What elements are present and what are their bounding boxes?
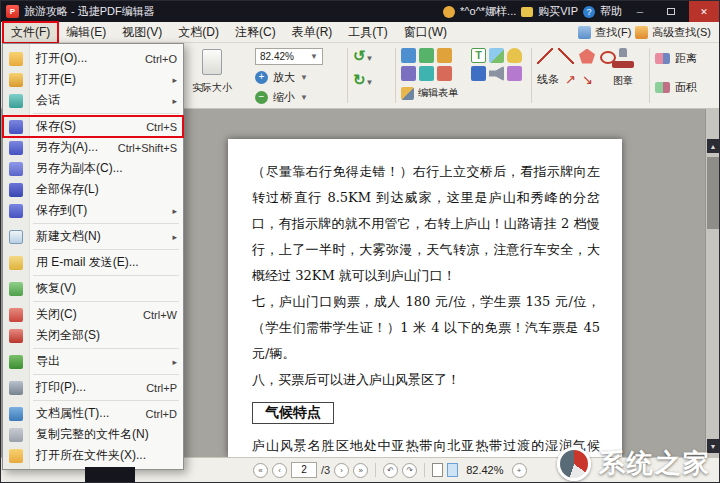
menu-item-open-containing-folder[interactable]: 打开所在文件夹(X)...: [3, 445, 183, 466]
find-button[interactable]: 查找(F): [595, 25, 631, 40]
form-field-icon[interactable]: [401, 48, 416, 63]
menu-item-save-to[interactable]: 保存到(T) ▸: [3, 200, 183, 221]
scroll-up-button[interactable]: ▲: [707, 139, 719, 153]
watermark-text: 系统之家: [599, 446, 711, 481]
menu-item-session[interactable]: 会话 ▸: [3, 90, 183, 111]
open-folder-icon: [9, 52, 23, 66]
user-name[interactable]: *^o^*娜样...: [460, 4, 516, 19]
menu-item-close-all[interactable]: 关闭全部(S): [3, 325, 183, 346]
audio-tool-icon[interactable]: [489, 66, 504, 81]
prev-page-button[interactable]: ‹: [272, 463, 287, 478]
menu-item-open-recent[interactable]: 打开(E) ▸: [3, 69, 183, 90]
advanced-find-button[interactable]: 高级查找(S): [652, 25, 711, 40]
toolbar-separator: [347, 48, 348, 103]
menu-file[interactable]: 文件(F): [3, 22, 58, 43]
menu-window[interactable]: 窗口(W): [396, 22, 455, 43]
area-icon: [655, 82, 670, 93]
menu-tools[interactable]: 工具(T): [340, 22, 395, 43]
menu-item-new-document[interactable]: 新建文档(N) ▸: [3, 226, 183, 247]
scrollbar-thumb[interactable]: [707, 157, 719, 229]
menu-item-open[interactable]: 打开(O)... Ctrl+O: [3, 48, 183, 69]
menu-item-label: 关闭全部(S): [36, 327, 177, 344]
zoom-in-button[interactable]: + 放大 ▼: [255, 70, 341, 85]
maximize-button[interactable]: [658, 1, 684, 22]
history-back-button[interactable]: ↶: [383, 463, 398, 478]
actual-size-button[interactable]: 实际大小: [189, 48, 235, 95]
distance-tool-button[interactable]: 距离: [655, 51, 717, 66]
rotate-right-button[interactable]: ↻▼: [353, 72, 391, 88]
form-signature-icon[interactable]: [437, 66, 452, 81]
last-page-button[interactable]: »: [353, 463, 368, 478]
first-page-button[interactable]: «: [253, 463, 268, 478]
lines-label[interactable]: 线条: [537, 72, 559, 87]
menu-item-revert[interactable]: 恢复(V): [3, 278, 183, 299]
menu-form[interactable]: 表单(R): [284, 22, 341, 43]
user-avatar-icon: [443, 6, 455, 18]
menu-edit[interactable]: 编辑(E): [58, 22, 114, 43]
menu-item-save-all[interactable]: 全部保存(L): [3, 179, 183, 200]
menu-separator: [33, 249, 179, 250]
menu-item-copy-filename[interactable]: 复制完整的文件名(N): [3, 424, 183, 445]
stamp-button[interactable]: 图章: [601, 48, 645, 88]
pdf-page: （尽量靠右行免得走错！）右行上立交桥后，看指示牌向左转过桥直行 8.5KM 到达…: [228, 139, 622, 457]
menu-item-label: 会话: [36, 92, 168, 109]
menu-item-label: 另存为副本(C)...: [36, 160, 177, 177]
menu-item-label: 导出: [36, 353, 168, 370]
status-zoom-in-button[interactable]: +: [512, 463, 527, 478]
form-combo-icon[interactable]: [401, 66, 416, 81]
menu-item-email[interactable]: 用 E-mail 发送(E)...: [3, 252, 183, 273]
edit-form-button[interactable]: 编辑表单: [401, 86, 493, 100]
form-checkbox-icon[interactable]: [419, 48, 434, 63]
video-tool-icon[interactable]: [471, 66, 486, 81]
text-tool-icon[interactable]: T: [471, 48, 486, 63]
menu-item-save[interactable]: 保存(S) Ctrl+S: [3, 116, 183, 137]
line-tool-icon[interactable]: [537, 48, 553, 64]
clipboard-icon: [202, 49, 222, 75]
menu-view[interactable]: 视图(V): [114, 22, 170, 43]
menu-item-save-copy[interactable]: 另存为副本(C)...: [3, 158, 183, 179]
form-button-icon[interactable]: [419, 66, 434, 81]
pentagon-tool-icon[interactable]: [579, 49, 595, 64]
menu-item-print[interactable]: 打印(P)... Ctrl+P: [3, 377, 183, 398]
area-tool-button[interactable]: 面积: [655, 80, 717, 95]
help-button[interactable]: 帮助: [600, 4, 622, 19]
rotate-left-button[interactable]: ↺▼: [353, 48, 391, 64]
save-icon: [9, 120, 23, 134]
menu-item-document-properties[interactable]: 文档属性(T)... Ctrl+D: [3, 403, 183, 424]
app-window: P 旅游攻略 - 迅捷PDF编辑器 *^o^*娜样... 购买VIP ? 帮助 …: [0, 0, 720, 483]
zoom-select[interactable]: 82.42% ▼: [255, 48, 323, 65]
attachment-tool-icon[interactable]: [507, 48, 522, 63]
menu-separator: [33, 348, 179, 349]
image-tool-icon[interactable]: [489, 48, 504, 63]
chevron-down-icon: ▼: [366, 78, 374, 87]
window-title: 旅游攻略 - 迅捷PDF编辑器: [24, 4, 155, 19]
menu-shortcut: Ctrl+Shift+S: [118, 142, 177, 154]
link-tool-icon[interactable]: [507, 66, 522, 81]
history-forward-button[interactable]: ↷: [402, 463, 417, 478]
submenu-arrow-icon: ▸: [172, 75, 177, 85]
menu-item-label: 关闭(C): [36, 306, 143, 323]
save-to-icon: [9, 204, 23, 218]
close-button[interactable]: ✕: [689, 1, 719, 22]
layout-single-page-button[interactable]: [432, 463, 443, 477]
menu-item-save-as[interactable]: 另存为(A)... Ctrl+Shift+S: [3, 137, 183, 158]
menu-document[interactable]: 文档(D): [170, 22, 227, 43]
layout-continuous-button[interactable]: [447, 463, 458, 477]
arrow-tool-icon[interactable]: ↗: [565, 73, 576, 87]
arrow2-tool-icon[interactable]: ↘: [582, 73, 593, 87]
buy-vip-button[interactable]: 购买VIP: [538, 4, 578, 19]
polyline-tool-icon[interactable]: [558, 48, 574, 64]
copy-filename-icon: [9, 428, 23, 442]
zoom-out-button[interactable]: − 缩小 ▼: [255, 90, 341, 105]
menu-item-label: 打开(E): [36, 71, 168, 88]
form-list-icon[interactable]: [437, 48, 452, 63]
minimize-button[interactable]: ─: [627, 1, 653, 22]
find-icon: [578, 26, 591, 39]
next-page-button[interactable]: ›: [334, 463, 349, 478]
page-number-input[interactable]: 2: [291, 462, 317, 478]
menu-item-export[interactable]: 导出 ▸: [3, 351, 183, 372]
stamp-icon: [612, 48, 634, 68]
menu-comment[interactable]: 注释(C): [227, 22, 284, 43]
vertical-scrollbar[interactable]: ▲ ▼: [705, 109, 719, 457]
menu-item-close[interactable]: 关闭(C) Ctrl+W: [3, 304, 183, 325]
